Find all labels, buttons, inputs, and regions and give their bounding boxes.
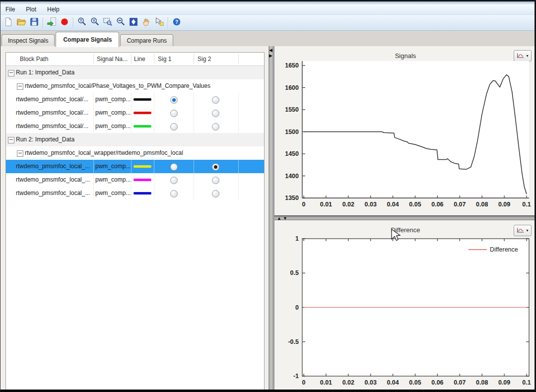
collapse-expander-icon[interactable] [8,137,14,143]
import-data-button[interactable] [46,17,58,29]
column-header-line[interactable]: Line [134,53,154,65]
sig2-radio[interactable] [212,177,219,184]
menu-file[interactable]: File [3,5,20,14]
zoom-in-y-icon: Y [90,17,100,29]
tab-compare-runs[interactable]: Compare Runs [120,34,173,47]
new-document-button[interactable] [2,17,14,29]
cell-separator [154,106,154,120]
line-style-swatch[interactable] [134,165,151,168]
column-header-block-path[interactable]: Block Path [20,53,89,65]
sig2-radio[interactable] [212,190,219,197]
cell-separator [154,120,154,133]
collapse-expander-icon[interactable] [17,150,23,157]
cell-separator [154,93,154,106]
column-separator[interactable] [194,54,194,64]
svg-text:1: 1 [295,235,299,242]
collapse-expander-icon[interactable] [17,83,23,90]
svg-text:0.08: 0.08 [476,201,488,208]
save-button[interactable] [28,17,40,29]
sig2-radio[interactable] [212,96,219,104]
signal-row[interactable]: rtwdemo_pmsmfoc_local/...pwm_comp... [6,120,264,133]
column-separator[interactable] [238,54,239,64]
cell-separator [154,160,154,173]
menu-help[interactable]: Help [45,5,65,14]
line-style-swatch[interactable] [134,125,151,128]
group-row[interactable]: rtwdemo_pmsmfoc_local_wrapper/rtwdemo_pm… [6,146,264,160]
column-header-sig-1[interactable]: Sig 1 [158,53,188,65]
help-button[interactable]: ? [171,17,183,29]
zoom-in-y-button[interactable]: Y [89,17,101,29]
sig1-radio[interactable] [170,163,178,171]
line-style-swatch[interactable] [134,98,151,101]
difference-plot-area[interactable]: 00.010.020.030.040.050.060.070.080.090.1… [274,220,536,392]
vertical-splitter[interactable]: ◀ ▶ [268,46,274,392]
toolbar-separator [43,17,43,28]
line-style-swatch[interactable] [134,179,151,181]
svg-text:0.07: 0.07 [454,201,466,208]
splitter-collapse-right-icon[interactable]: ▶ [269,54,272,58]
sig2-radio[interactable] [212,123,219,131]
menu-plot[interactable]: Plot [24,5,41,14]
splitter-collapse-left-icon[interactable]: ◀ [269,48,272,53]
cell-separator [131,160,132,173]
sig1-radio[interactable] [170,123,178,131]
line-style-swatch[interactable] [134,192,151,195]
new-document-icon [3,17,13,29]
sig2-radio[interactable] [212,110,219,117]
run-label: Run 1: Imported_Data [16,66,74,79]
sig1-radio[interactable] [170,190,178,197]
svg-text:0.06: 0.06 [431,201,443,208]
tab-inspect-signals[interactable]: Inspect Signals [1,34,55,47]
svg-text:0.04: 0.04 [387,379,399,386]
run-row[interactable]: Run 2: Imported_Data [6,133,264,146]
column-separator[interactable] [93,54,94,64]
cell-separator [238,160,239,173]
sig1-radio[interactable] [170,96,178,104]
cell-separator [238,93,239,106]
legend-label: Difference [490,246,518,253]
sig2-radio[interactable] [212,163,219,171]
sig1-radio[interactable] [170,110,178,117]
column-header-signal-na-[interactable]: Signal Na... [97,53,132,65]
signal-row[interactable]: rtwdemo_pmsmfoc_local_...pwm_comp... [6,160,264,173]
zoom-out-button[interactable] [115,17,127,29]
cell-separator [238,187,239,200]
cell-separator [93,187,94,200]
signals-plot-area[interactable]: 00.010.020.030.040.050.060.070.080.090.1… [274,46,536,215]
record-button[interactable] [59,17,70,29]
sig1-radio[interactable] [170,177,178,184]
group-row[interactable]: rtwdemo_pmsmfoc_local/Phase_Voltages_to_… [6,79,264,93]
menu-bar: FilePlotHelp [0,4,535,15]
zoom-region-icon [103,17,113,29]
open-file-icon [16,17,26,29]
pan-button[interactable] [140,17,152,29]
toolbar-separator [168,17,168,28]
svg-text:1400: 1400 [285,173,299,180]
line-style-swatch[interactable] [134,112,151,114]
run-row[interactable]: Run 1: Imported_Data [6,66,264,79]
save-icon [29,17,39,29]
open-file-button[interactable] [15,17,27,29]
signal-row[interactable]: rtwdemo_pmsmfoc_local_...pwm_comp... [6,173,264,187]
signal-row[interactable]: rtwdemo_pmsmfoc_local_...pwm_comp... [6,187,264,200]
fit-to-view-button[interactable] [128,17,139,29]
svg-text:Y: Y [93,18,95,23]
main-content: Block PathSignal Na...LineSig 1Sig 2 Run… [0,46,535,390]
zoom-region-button[interactable] [102,17,114,29]
record-icon [60,17,69,29]
column-separator[interactable] [131,54,132,64]
svg-text:0.03: 0.03 [365,201,377,208]
svg-text:1450: 1450 [285,150,299,157]
column-separator[interactable] [154,54,154,64]
zoom-in-time-button[interactable]: T [76,17,88,29]
signal-row[interactable]: rtwdemo_pmsmfoc_local/...pwm_comp... [6,93,264,106]
collapse-expander-icon[interactable] [8,70,14,76]
column-header-sig-2[interactable]: Sig 2 [198,53,227,65]
pan-icon [141,17,151,29]
group-label: rtwdemo_pmsmfoc_local/Phase_Voltages_to_… [25,79,210,93]
data-cursor-button[interactable] [153,17,165,29]
signal-row[interactable]: rtwdemo_pmsmfoc_local/...pwm_comp... [6,106,264,120]
svg-text:-1: -1 [293,373,299,380]
tab-compare-signals[interactable]: Compare Signals [56,32,119,47]
cell-separator [93,106,94,120]
